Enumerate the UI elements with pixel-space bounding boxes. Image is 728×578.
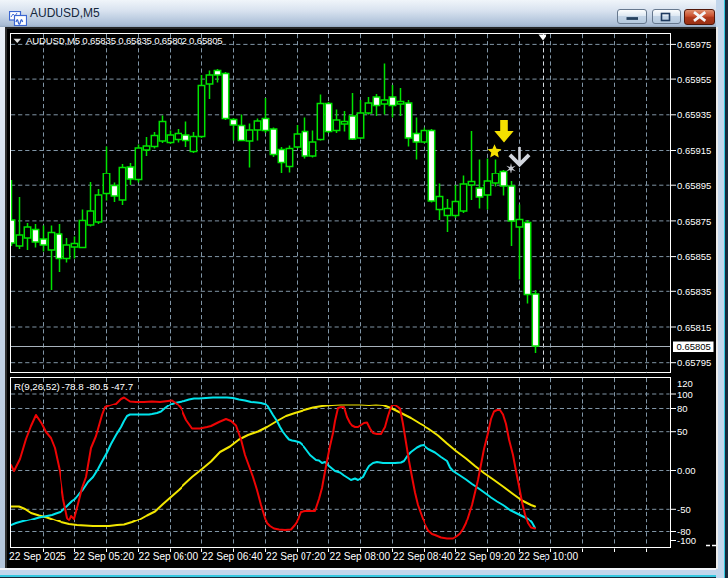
svg-text:50: 50 — [677, 426, 688, 437]
svg-text:22 Sep 06:40: 22 Sep 06:40 — [202, 551, 263, 562]
svg-text:AUDUSD,M5 0.65835 0.65835 0.65: AUDUSD,M5 0.65835 0.65835 0.65802 0.6580… — [26, 35, 223, 46]
svg-text:0.65895: 0.65895 — [677, 180, 711, 191]
svg-text:0.65975: 0.65975 — [677, 39, 711, 50]
svg-text:0.65955: 0.65955 — [677, 74, 711, 85]
svg-text:0.65935: 0.65935 — [677, 109, 711, 120]
svg-text:100: 100 — [677, 389, 693, 400]
svg-text:0.65795: 0.65795 — [677, 357, 711, 368]
svg-text:0.65915: 0.65915 — [677, 145, 711, 156]
svg-text:22 Sep 2025: 22 Sep 2025 — [9, 551, 66, 562]
svg-text:22 Sep 06:00: 22 Sep 06:00 — [139, 551, 199, 562]
svg-text:0.65805: 0.65805 — [677, 341, 711, 352]
svg-text:0.65875: 0.65875 — [677, 216, 711, 227]
svg-text:R(9,26,52) -78.8 -80.5 -47.7: R(9,26,52) -78.8 -80.5 -47.7 — [14, 381, 133, 392]
svg-text:80: 80 — [677, 404, 688, 414]
svg-text:22 Sep 09:20: 22 Sep 09:20 — [455, 551, 516, 562]
svg-text:22 Sep 08:00: 22 Sep 08:00 — [330, 551, 391, 562]
svg-text:22 Sep 10:00: 22 Sep 10:00 — [519, 551, 579, 562]
svg-text:22 Sep 07:20: 22 Sep 07:20 — [266, 551, 326, 562]
svg-text:22 Sep 05:20: 22 Sep 05:20 — [74, 551, 135, 562]
svg-text:-50: -50 — [677, 504, 691, 515]
svg-text:0.65815: 0.65815 — [677, 322, 711, 333]
svg-text:120: 120 — [677, 378, 693, 389]
svg-text:22 Sep 08:40: 22 Sep 08:40 — [393, 551, 453, 562]
svg-text:0.65835: 0.65835 — [677, 287, 711, 297]
svg-text:-100: -100 — [677, 535, 696, 546]
svg-text:0.00: 0.00 — [677, 465, 696, 476]
svg-text:0.65855: 0.65855 — [677, 251, 711, 262]
